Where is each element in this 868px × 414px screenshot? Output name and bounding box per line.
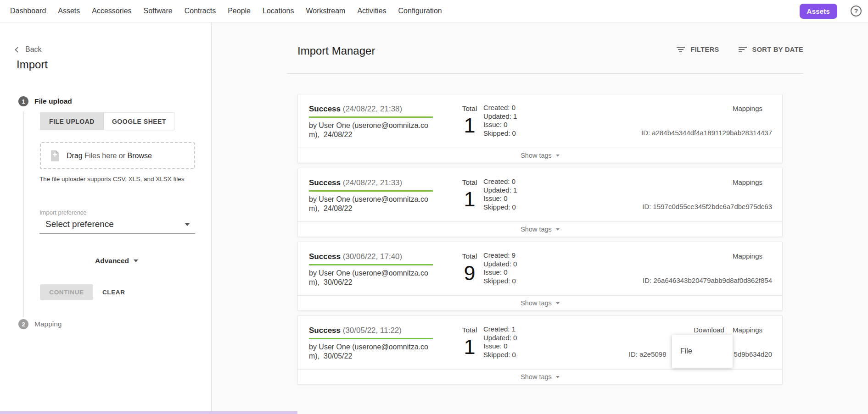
stat-updated: Updated: 1: [483, 112, 517, 121]
import-sidebar: Back Import 1 File upload FILE UPLOAD GO…: [0, 22, 212, 414]
success-underline: [309, 264, 433, 265]
help-glyph: ?: [854, 7, 858, 15]
advanced-toggle[interactable]: Advanced: [95, 257, 138, 265]
sidebar-actions: CONTINUE CLEAR: [40, 284, 125, 300]
success-underline: [309, 190, 433, 192]
stat-created: Created: 9: [483, 251, 517, 260]
dropzone-text: Drag Files here or Browse: [67, 152, 152, 160]
imported-by-text: by User One (userone@oomnitza.com), 24/0…: [309, 195, 431, 213]
status-badge: Success: [309, 105, 341, 113]
help-icon[interactable]: ?: [851, 6, 862, 17]
stat-issue: Issue: 0: [483, 194, 517, 203]
mappings-link[interactable]: Mappings: [733, 326, 762, 334]
step-file-upload: 1 File upload: [18, 96, 72, 106]
step-2-label: Mapping: [34, 320, 62, 328]
show-tags-label: Show tags: [521, 373, 552, 381]
total-label: Total: [451, 105, 488, 113]
mappings-link[interactable]: Mappings: [733, 252, 762, 260]
import-id: ID: 26a646343b20479abb9d8af0d862f854: [643, 276, 772, 284]
total-value: 9: [451, 261, 488, 285]
tab-file-upload[interactable]: FILE UPLOAD: [40, 112, 104, 130]
import-record-card: Success (30/06/22, 17:40) by User One (u…: [297, 242, 783, 311]
show-tags-label: Show tags: [521, 152, 552, 159]
total-value: 1: [451, 188, 488, 211]
page-title: Import: [17, 58, 48, 71]
status-line: Success (24/08/22, 21:33): [309, 178, 402, 188]
clear-button[interactable]: CLEAR: [102, 289, 125, 296]
sort-label: SORT BY DATE: [752, 46, 803, 53]
import-record-card: Success (24/08/22, 21:33) by User One (u…: [297, 168, 783, 237]
import-manager-panel: Import Manager FILTERS SORT BY DATE Succ…: [212, 22, 868, 414]
nav-item-contracts[interactable]: Contracts: [185, 7, 216, 15]
import-id: ID: 1597c0d55ce345f2bdc6a7dbe975dc63: [642, 203, 772, 210]
stat-updated: Updated: 0: [483, 334, 517, 342]
import-preference-label: Import preference: [39, 209, 87, 216]
chevron-down-icon: [556, 155, 560, 157]
assets-button[interactable]: Assets: [800, 4, 837, 19]
stat-skipped: Skipped: 0: [483, 277, 517, 286]
show-tags-toggle[interactable]: Show tags: [298, 221, 782, 237]
import-id-text-left: ID: a2e5098: [629, 350, 666, 358]
status-badge: Success: [309, 178, 341, 187]
import-record-card: Success (24/08/22, 21:38) by User One (u…: [297, 94, 783, 163]
show-tags-label: Show tags: [521, 226, 552, 233]
download-link[interactable]: Download: [694, 326, 724, 334]
total-column: Total 1: [451, 326, 488, 359]
chevron-down-icon: [185, 223, 190, 226]
header-divider: [287, 73, 803, 74]
show-tags-toggle[interactable]: Show tags: [298, 369, 782, 384]
show-tags-toggle[interactable]: Show tags: [298, 295, 782, 310]
status-line: Success (30/05/22, 11:22): [309, 326, 402, 335]
nav-item-locations[interactable]: Locations: [263, 7, 294, 15]
nav-item-software[interactable]: Software: [144, 7, 173, 15]
nav-item-activities[interactable]: Activities: [357, 7, 386, 15]
filters-button[interactable]: FILTERS: [677, 46, 719, 53]
imported-by-text: by User One (userone@oomnitza.com), 30/0…: [309, 269, 431, 287]
nav-item-configuration[interactable]: Configuration: [398, 7, 442, 15]
chevron-down-icon: [556, 228, 560, 231]
top-navigation-bar: Dashboard Assets Accessories Software Co…: [0, 0, 868, 22]
card-links: Mappings: [733, 105, 762, 112]
continue-button[interactable]: CONTINUE: [40, 284, 93, 300]
import-preference-select[interactable]: Select preference: [39, 215, 195, 234]
status-line: Success (24/08/22, 21:38): [309, 105, 402, 114]
nav-item-workstream[interactable]: Workstream: [306, 7, 345, 15]
card-links: Mappings: [733, 252, 762, 260]
upload-hint: The file uploader supports CSV, XLS, and…: [39, 176, 184, 182]
sort-by-date-button[interactable]: SORT BY DATE: [739, 46, 803, 53]
filter-icon: [677, 47, 685, 52]
import-record-card: Success (30/05/22, 11:22) by User One (u…: [297, 315, 783, 385]
tab-google-sheet[interactable]: GOOGLE SHEET: [104, 112, 174, 130]
stat-updated: Updated: 0: [483, 260, 517, 269]
nav-item-assets[interactable]: Assets: [58, 7, 80, 15]
total-label: Total: [451, 326, 488, 334]
stat-created: Created: 0: [483, 104, 517, 112]
status-timestamp: (24/08/22, 21:38): [343, 105, 402, 113]
mappings-link[interactable]: Mappings: [733, 178, 762, 186]
file-dropzone[interactable]: Drag Files here or Browse: [40, 142, 195, 169]
upload-source-tabs: FILE UPLOAD GOOGLE SHEET: [40, 112, 174, 130]
total-label: Total: [451, 252, 488, 260]
bottom-scrollbar[interactable]: [0, 411, 297, 414]
nav-item-dashboard[interactable]: Dashboard: [10, 7, 46, 15]
stat-skipped: Skipped: 0: [483, 351, 517, 359]
stat-skipped: Skipped: 0: [483, 203, 517, 212]
nav-item-accessories[interactable]: Accessories: [92, 7, 131, 15]
stat-updated: Updated: 1: [483, 186, 517, 195]
back-button[interactable]: Back: [16, 45, 42, 54]
status-timestamp: (30/06/22, 17:40): [343, 252, 402, 261]
mappings-link[interactable]: Mappings: [733, 105, 762, 112]
step-connector-line: [23, 111, 23, 317]
nav-item-people[interactable]: People: [228, 7, 251, 15]
browse-link[interactable]: Browse: [128, 152, 152, 160]
total-label: Total: [451, 178, 488, 187]
download-menu-item-file[interactable]: File: [672, 347, 733, 355]
advanced-label: Advanced: [95, 257, 129, 265]
import-id-text: ID: 26a646343b20479abb9d8af0d862f854: [643, 276, 772, 284]
drag-word: Drag: [67, 152, 83, 160]
show-tags-toggle[interactable]: Show tags: [298, 148, 782, 163]
stat-issue: Issue: 0: [483, 268, 517, 277]
status-badge: Success: [309, 326, 341, 335]
chevron-down-icon: [134, 259, 138, 262]
total-column: Total 9: [451, 252, 488, 285]
